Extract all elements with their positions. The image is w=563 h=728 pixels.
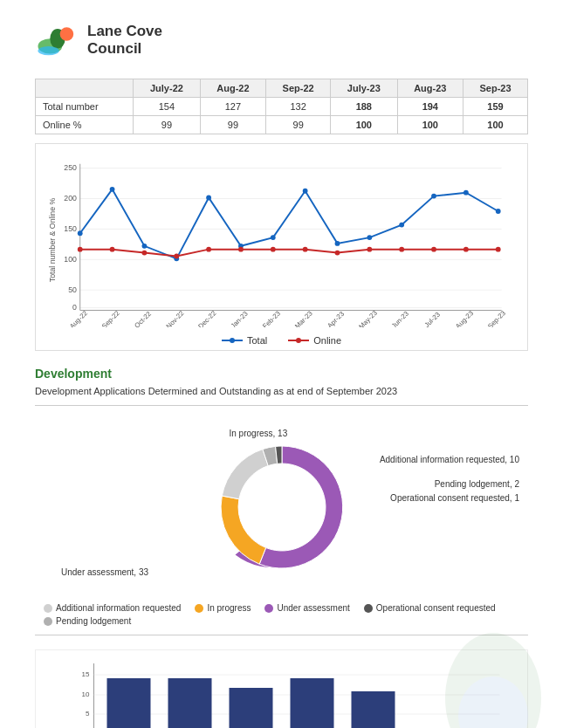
page: Lane Cove Council July-22 Aug-22 Sep-22 … (0, 0, 563, 728)
svg-point-28 (367, 235, 372, 240)
svg-point-63 (230, 338, 235, 343)
svg-rect-79 (230, 688, 273, 728)
legend-label-operational: Operational consent requested (376, 603, 496, 613)
development-subtitle: Development Applications Determined and … (35, 386, 528, 396)
svg-rect-77 (107, 678, 151, 728)
svg-point-38 (238, 247, 244, 252)
cell-online-sep23: 100 (463, 116, 528, 134)
cell-total-sep22: 132 (266, 98, 331, 116)
svg-text:Sep-23: Sep-23 (486, 309, 507, 327)
svg-point-43 (399, 247, 404, 252)
svg-text:Mar-23: Mar-23 (293, 309, 314, 327)
cell-total-jul22: 154 (134, 98, 200, 116)
svg-point-44 (431, 247, 436, 252)
svg-point-45 (463, 247, 469, 252)
svg-point-29 (399, 223, 404, 228)
col-header-aug22: Aug-22 (200, 79, 266, 98)
svg-text:10: 10 (82, 690, 90, 698)
svg-text:Aug-23: Aug-23 (454, 309, 475, 327)
bar-chart-divider (35, 635, 528, 635)
svg-point-37 (206, 247, 211, 252)
legend-dot-pending (44, 617, 52, 626)
label-under-assessment: Under assessment, 33 (61, 567, 148, 577)
svg-text:Nov-22: Nov-22 (164, 309, 185, 327)
legend-label-pending: Pending lodgement (56, 616, 131, 626)
svg-point-19 (78, 230, 83, 236)
svg-point-23 (206, 196, 211, 201)
row-label-online: Online % (36, 116, 134, 134)
svg-rect-80 (291, 678, 334, 728)
svg-point-2 (60, 27, 74, 41)
svg-point-35 (142, 251, 148, 256)
logo-container: Lane Cove Council (35, 17, 162, 63)
svg-point-21 (142, 244, 148, 249)
svg-point-3 (38, 46, 58, 55)
svg-point-20 (110, 187, 115, 192)
svg-point-36 (174, 254, 179, 259)
svg-text:0: 0 (72, 303, 77, 312)
svg-point-39 (271, 247, 276, 252)
svg-text:Feb-23: Feb-23 (261, 309, 282, 327)
cell-total-jul23: 188 (331, 98, 397, 116)
svg-point-41 (335, 251, 340, 256)
legend-label-under-assessment: Under assessment (277, 603, 349, 613)
col-header-sep22: Sep-22 (266, 79, 331, 98)
logo-text: Lane Cove Council (87, 23, 162, 58)
logo-icon (35, 17, 80, 63)
svg-point-40 (303, 247, 308, 252)
col-header-jul23: July-23 (331, 79, 397, 98)
col-header-jul22: July-22 (134, 79, 200, 98)
cell-online-aug22: 99 (200, 116, 266, 134)
col-header-empty (36, 79, 134, 98)
svg-text:5: 5 (86, 710, 90, 718)
header: Lane Cove Council (35, 17, 528, 63)
cell-total-aug23: 194 (397, 98, 463, 116)
legend-label-in-progress: In progress (207, 603, 251, 613)
label-add-info: Additional information requested, 10 (380, 455, 519, 464)
svg-text:150: 150 (64, 224, 77, 233)
svg-text:Aug-22: Aug-22 (68, 309, 89, 327)
svg-text:Total number & Online %: Total number & Online % (48, 198, 57, 283)
cell-online-sep22: 99 (266, 116, 331, 134)
col-header-sep23: Sep-23 (463, 79, 528, 98)
dev-divider (35, 405, 528, 406)
legend-item-pending: Pending lodgement (44, 616, 131, 626)
legend-dot-in-progress (195, 604, 203, 613)
legend-online: Online (288, 335, 341, 346)
cell-total-sep23: 159 (463, 98, 528, 116)
svg-text:50: 50 (68, 285, 77, 294)
svg-text:Jul-23: Jul-23 (423, 311, 442, 327)
legend-item-operational: Operational consent requested (364, 603, 496, 613)
svg-point-30 (431, 194, 436, 199)
development-section: Development Development Applications Det… (35, 367, 528, 728)
svg-point-31 (463, 190, 469, 196)
cell-online-aug23: 100 (397, 116, 463, 134)
svg-point-27 (335, 241, 340, 246)
svg-text:Oct-22: Oct-22 (133, 310, 153, 327)
development-title: Development (35, 367, 528, 381)
legend-dot-operational (364, 604, 373, 613)
svg-point-25 (271, 235, 276, 240)
table-row: Online % 99 99 99 100 100 100 (36, 116, 528, 134)
legend-item-in-progress: In progress (195, 603, 251, 613)
svg-text:May-23: May-23 (357, 309, 379, 327)
legend-total: Total (222, 335, 267, 346)
svg-rect-81 (352, 691, 395, 728)
label-operational: Operational consent requested, 1 (390, 493, 519, 503)
svg-point-34 (110, 247, 115, 252)
chart-legend: Total Online (45, 335, 518, 346)
legend-item-under-assessment: Under assessment (264, 603, 349, 613)
legend-dot-under-assessment (264, 604, 273, 613)
row-label-total: Total number (36, 98, 134, 116)
legend-online-label: Online (313, 335, 341, 346)
svg-point-32 (496, 209, 501, 214)
stats-table: July-22 Aug-22 Sep-22 July-23 Aug-23 Sep… (35, 79, 528, 134)
svg-rect-78 (168, 678, 212, 728)
col-header-aug23: Aug-23 (397, 79, 463, 98)
svg-text:15: 15 (82, 670, 90, 678)
line-chart-container: Total number & Online % 250 200 150 100 … (35, 143, 528, 351)
label-pending: Pending lodgement, 2 (435, 479, 519, 489)
svg-point-42 (367, 247, 372, 252)
legend-item-add-info: Additional information requested (44, 603, 181, 613)
svg-text:250: 250 (64, 163, 77, 172)
